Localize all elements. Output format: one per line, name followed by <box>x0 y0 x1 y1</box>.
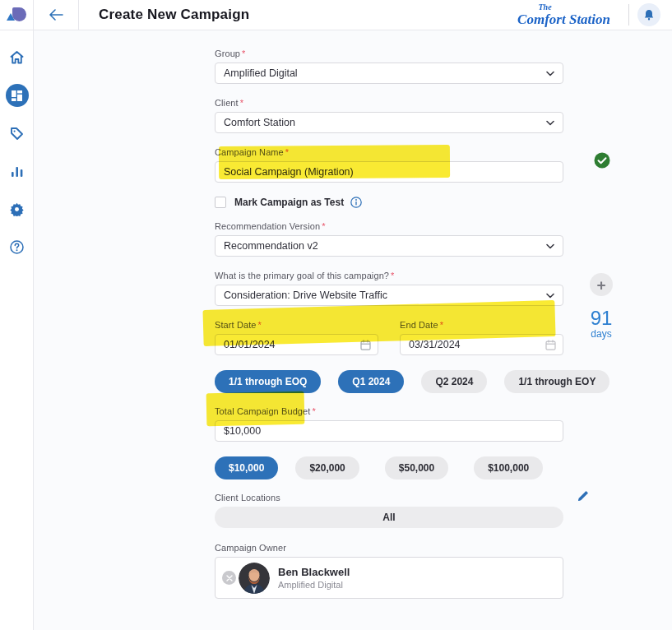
required-asterisk: * <box>440 320 443 330</box>
chevron-down-icon <box>546 293 554 299</box>
sidebar-item-tags[interactable] <box>0 121 34 146</box>
preset-q2-2024[interactable]: Q2 2024 <box>421 370 487 393</box>
campaign-name-valid-icon <box>594 152 610 172</box>
campaign-name-label: Campaign Name* <box>215 147 563 157</box>
top-header: Create New Campaign The Comfort Station <box>0 0 672 30</box>
preset-1-1-through-eoy[interactable]: 1/1 through EOY <box>504 370 609 393</box>
page-title: Create New Campaign <box>99 7 249 23</box>
grid-icon <box>12 90 22 101</box>
add-goal-button[interactable]: + <box>590 273 613 296</box>
sidebar-item-settings[interactable] <box>0 197 34 221</box>
preset-100000[interactable]: $100,000 <box>474 456 543 479</box>
chevron-down-icon <box>546 71 554 76</box>
create-campaign-page: Create New Campaign The Comfort Station <box>0 0 672 630</box>
owner-name: Ben Blackwell <box>278 566 350 578</box>
required-asterisk: * <box>242 49 245 58</box>
recommendation-version-value: Recommendation v2 <box>224 240 318 252</box>
brand-name: Comfort Station <box>517 12 610 27</box>
app-logo[interactable] <box>0 0 34 30</box>
client-value: Comfort Station <box>224 117 295 128</box>
gear-icon <box>10 202 24 216</box>
pencil-icon <box>577 489 590 503</box>
left-sidebar <box>0 30 34 630</box>
client-label: Client* <box>215 98 563 108</box>
plus-icon: + <box>596 277 605 293</box>
budget-label: Total Campaign Budget* <box>215 406 563 416</box>
campaign-name-value: Social Campaign (Migration) <box>224 166 354 178</box>
sidebar-item-dashboards[interactable] <box>0 83 34 108</box>
campaign-duration: 91 days <box>583 308 619 340</box>
header-divider <box>628 4 629 25</box>
preset-1-1-through-eoq[interactable]: 1/1 through EOQ <box>215 370 321 393</box>
edit-locations-button[interactable] <box>577 489 590 506</box>
main-content: Group* Amplified Digital Client* Comfort… <box>34 30 672 630</box>
campaign-name-input[interactable]: Social Campaign (Migration) <box>215 161 563 183</box>
client-brand-logo: The Comfort Station <box>517 3 610 26</box>
active-indicator <box>6 84 29 107</box>
required-asterisk: * <box>391 271 394 280</box>
preset-50000[interactable]: $50,000 <box>385 456 448 479</box>
client-locations-label: Client Locations <box>215 493 563 503</box>
sidebar-item-reports[interactable] <box>0 159 34 183</box>
end-date-input[interactable]: 03/31/2024 <box>400 334 563 355</box>
preset-20000[interactable]: $20,000 <box>295 456 359 479</box>
owner-avatar <box>239 563 270 594</box>
start-date-input[interactable]: 01/01/2024 <box>215 334 378 355</box>
sidebar-item-home[interactable] <box>0 45 34 70</box>
primary-goal-label: What is the primary goal of this campaig… <box>215 271 563 280</box>
home-icon <box>10 51 24 64</box>
recommendation-version-select[interactable]: Recommendation v2 <box>215 235 563 257</box>
chevron-down-icon <box>546 243 554 249</box>
group-label: Group* <box>215 49 563 58</box>
app-logo-icon <box>7 7 26 22</box>
info-icon[interactable] <box>350 197 362 208</box>
duration-unit: days <box>583 328 619 340</box>
calendar-icon <box>360 340 371 350</box>
client-select[interactable]: Comfort Station <box>215 112 563 133</box>
required-asterisk: * <box>312 406 315 416</box>
owner-org: Amplified Digital <box>278 580 350 590</box>
campaign-owner-card: Ben Blackwell Amplified Digital <box>215 557 563 599</box>
preset-10000[interactable]: $10,000 <box>215 456 278 479</box>
date-presets: 1/1 through EOQ Q1 2024 Q2 2024 1/1 thro… <box>215 370 563 393</box>
close-icon <box>226 575 233 581</box>
calendar-icon <box>545 340 556 350</box>
required-asterisk: * <box>285 147 289 157</box>
back-button[interactable] <box>34 0 79 30</box>
campaign-owner-label: Campaign Owner <box>215 543 563 553</box>
required-asterisk: * <box>258 320 262 330</box>
budget-input[interactable]: $10,000 <box>215 420 563 442</box>
back-arrow-icon <box>49 9 63 21</box>
mark-test-checkbox[interactable] <box>215 197 226 208</box>
campaign-form: Group* Amplified Digital Client* Comfort… <box>215 49 563 599</box>
brand-the: The <box>480 3 610 12</box>
primary-goal-value: Consideration: Drive Website Traffic <box>224 290 387 301</box>
bell-icon <box>643 9 655 21</box>
group-select[interactable]: Amplified Digital <box>215 63 563 84</box>
notifications-button[interactable] <box>637 3 660 26</box>
bar-chart-icon <box>11 165 24 178</box>
group-value: Amplified Digital <box>224 67 298 79</box>
sidebar-item-help[interactable] <box>0 234 34 259</box>
question-icon <box>10 240 24 254</box>
preset-q1-2024[interactable]: Q1 2024 <box>338 370 404 393</box>
chevron-down-icon <box>546 120 554 126</box>
tag-icon <box>10 127 24 141</box>
mark-test-label: Mark Campaign as Test <box>234 197 344 208</box>
budget-presets: $10,000 $20,000 $50,000 $100,000 <box>215 456 563 479</box>
recommendation-version-label: Recommendation Version* <box>215 221 563 231</box>
required-asterisk: * <box>322 221 325 231</box>
primary-goal-select[interactable]: Consideration: Drive Website Traffic <box>215 285 563 306</box>
end-date-label: End Date* <box>400 320 563 330</box>
remove-owner-button[interactable] <box>222 571 236 585</box>
duration-days: 91 <box>583 308 619 328</box>
required-asterisk: * <box>240 98 243 108</box>
budget-value: $10,000 <box>224 425 261 437</box>
start-date-label: Start Date* <box>215 320 378 330</box>
end-date-value: 03/31/2024 <box>409 339 461 350</box>
start-date-value: 01/01/2024 <box>224 339 276 350</box>
client-locations-value[interactable]: All <box>215 507 563 528</box>
check-circle-icon <box>594 152 610 169</box>
